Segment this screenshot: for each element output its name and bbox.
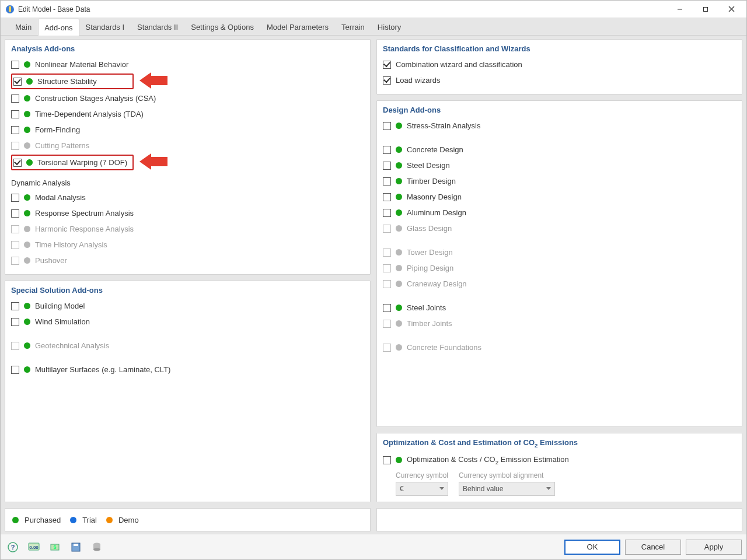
checkbox-analysis2-0[interactable] bbox=[11, 194, 19, 202]
tab-settings-options[interactable]: Settings & Options bbox=[184, 18, 260, 35]
chevron-down-icon bbox=[546, 487, 551, 490]
tab-standards-ii[interactable]: Standards II bbox=[131, 18, 184, 35]
label-special-0: Building Model bbox=[35, 302, 85, 310]
label-analysis2-0: Modal Analysis bbox=[35, 193, 86, 202]
close-button[interactable] bbox=[718, 1, 744, 18]
select-currency-align[interactable]: Behind value bbox=[459, 482, 555, 496]
footer: ? 0.00 $ OK Cancel Apply bbox=[1, 534, 746, 559]
analysis-list-1: Nonlinear Material BehaviorStructure Sta… bbox=[11, 57, 364, 172]
label-analysis1-2: Construction Stages Analysis (CSA) bbox=[35, 94, 156, 103]
label-std-1: Load wizards bbox=[396, 76, 441, 85]
status-dot bbox=[24, 303, 30, 309]
checkbox-optimization[interactable] bbox=[383, 456, 391, 464]
checkbox-special-3[interactable] bbox=[11, 366, 19, 374]
checkbox-design-3-0[interactable] bbox=[383, 304, 391, 312]
checkbox-design-0-0[interactable] bbox=[383, 122, 391, 130]
maximize-button[interactable] bbox=[693, 1, 718, 18]
cancel-button[interactable]: Cancel bbox=[625, 540, 681, 555]
checkbox-analysis1-6[interactable] bbox=[13, 159, 22, 167]
checkbox-design-1-4[interactable] bbox=[383, 209, 391, 217]
status-dot bbox=[396, 225, 402, 232]
legend-trial: Trial bbox=[82, 516, 97, 524]
tab-history[interactable]: History bbox=[371, 18, 407, 35]
panel-title-design: Design Add-ons bbox=[383, 106, 736, 114]
tab-standards-i[interactable]: Standards I bbox=[79, 18, 131, 35]
tab-add-ons[interactable]: Add-ons bbox=[38, 19, 79, 36]
status-dot bbox=[24, 257, 30, 264]
checkbox-analysis2-1[interactable] bbox=[11, 209, 19, 218]
checkbox-analysis1-3[interactable] bbox=[11, 110, 19, 118]
ok-button[interactable]: OK bbox=[564, 540, 620, 555]
panel-title-analysis: Analysis Add-ons bbox=[11, 44, 364, 53]
checkbox-design-1-3[interactable] bbox=[383, 193, 391, 201]
chevron-down-icon bbox=[439, 487, 444, 490]
highlight-analysis1-1: Structure Stability bbox=[11, 74, 134, 89]
window: Edit Model - Base Data Main Add-ons Stan… bbox=[0, 0, 747, 560]
label-design-1-4: Aluminum Design bbox=[407, 208, 466, 217]
checkbox-std-0[interactable] bbox=[383, 61, 391, 69]
status-dot bbox=[396, 320, 402, 327]
app-icon bbox=[5, 5, 15, 14]
analysis-list-2: Modal AnalysisResponse Spectrum Analysis… bbox=[11, 190, 364, 268]
label-design-1-0: Concrete Design bbox=[407, 145, 463, 154]
checkbox-design-3-1 bbox=[383, 320, 391, 328]
panel-standards: Standards for Classification and Wizards… bbox=[376, 39, 742, 94]
status-dot bbox=[396, 457, 402, 463]
status-dot bbox=[24, 242, 30, 248]
legend-dot-demo bbox=[106, 517, 113, 523]
checkbox-special-0[interactable] bbox=[11, 302, 19, 310]
checkbox-std-1[interactable] bbox=[383, 76, 391, 85]
database-icon[interactable] bbox=[89, 540, 104, 555]
right-bottom-spacer bbox=[376, 508, 742, 531]
label-optimization: Optimization & Costs / CO2 Emission Esti… bbox=[407, 455, 569, 466]
help-icon[interactable]: ? bbox=[5, 540, 20, 555]
label-analysis1-3: Time-Dependent Analysis (TDA) bbox=[35, 110, 144, 118]
label-analysis1-6: Torsional Warping (7 DOF) bbox=[37, 158, 127, 167]
tab-terrain[interactable]: Terrain bbox=[335, 18, 371, 35]
minimize-button[interactable] bbox=[667, 1, 693, 18]
status-dot bbox=[396, 209, 402, 216]
tab-model-parameters[interactable]: Model Parameters bbox=[260, 18, 335, 35]
checkbox-special-1[interactable] bbox=[11, 318, 19, 326]
checkbox-analysis1-1[interactable] bbox=[13, 78, 22, 86]
status-dot bbox=[24, 142, 30, 149]
status-dot bbox=[396, 194, 402, 200]
label-design-2-1: Piping Design bbox=[407, 264, 453, 272]
label-design-1-5: Glass Design bbox=[407, 224, 452, 233]
svg-point-18 bbox=[93, 548, 100, 551]
svg-text:?: ? bbox=[11, 544, 15, 551]
svg-text:0.00: 0.00 bbox=[29, 545, 39, 550]
legend-dot-trial bbox=[70, 517, 76, 523]
units-icon[interactable]: 0.00 bbox=[26, 540, 41, 555]
status-dot bbox=[396, 178, 402, 184]
label-currency-align: Currency symbol alignment bbox=[459, 471, 555, 480]
status-dot bbox=[24, 95, 30, 102]
checkbox-analysis2-2 bbox=[11, 225, 19, 233]
tabstrip: Main Add-ons Standards I Standards II Se… bbox=[1, 18, 746, 36]
checkbox-design-1-1[interactable] bbox=[383, 162, 391, 170]
checkbox-analysis1-2[interactable] bbox=[11, 94, 19, 103]
checkbox-design-1-2[interactable] bbox=[383, 177, 391, 186]
save-icon[interactable] bbox=[68, 540, 83, 555]
apply-button[interactable]: Apply bbox=[686, 540, 742, 555]
label-analysis2-3: Time History Analysis bbox=[35, 240, 107, 249]
checkbox-analysis1-4[interactable] bbox=[11, 126, 19, 134]
label-analysis1-0: Nonlinear Material Behavior bbox=[35, 60, 128, 69]
checkbox-design-1-0[interactable] bbox=[383, 146, 391, 154]
status-dot bbox=[24, 366, 30, 373]
legend-demo: Demo bbox=[118, 516, 139, 524]
label-design-1-1: Steel Design bbox=[407, 161, 450, 170]
status-dot bbox=[24, 61, 30, 68]
status-dot bbox=[26, 78, 33, 85]
svg-rect-3 bbox=[704, 7, 708, 11]
panel-analysis-addons: Analysis Add-ons Nonlinear Material Beha… bbox=[5, 39, 371, 275]
tab-main[interactable]: Main bbox=[9, 18, 38, 35]
svg-marker-7 bbox=[139, 153, 167, 170]
status-dot bbox=[396, 123, 402, 129]
panel-design-addons: Design Add-ons Stress-Strain AnalysisCon… bbox=[376, 100, 742, 427]
checkbox-analysis1-0[interactable] bbox=[11, 61, 19, 69]
status-dot bbox=[396, 344, 402, 351]
select-currency-symbol[interactable]: € bbox=[396, 482, 448, 496]
currency-icon[interactable]: $ bbox=[47, 540, 62, 555]
checkbox-analysis1-5 bbox=[11, 142, 19, 150]
